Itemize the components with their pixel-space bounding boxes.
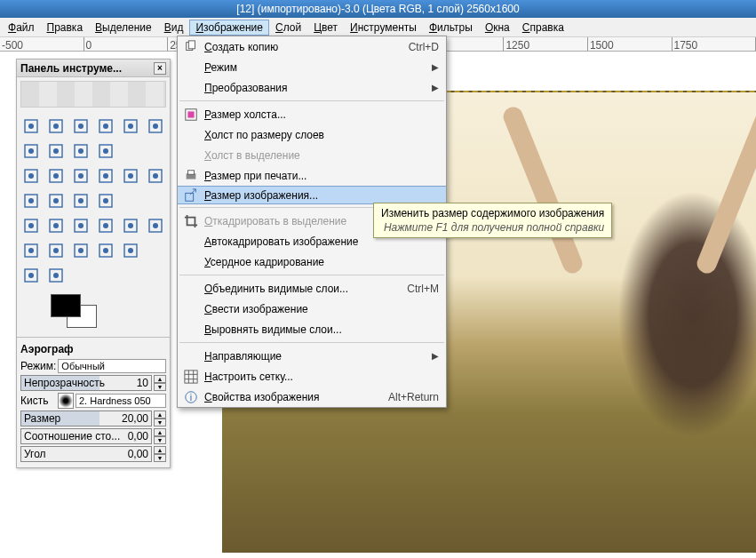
text-tool[interactable] xyxy=(20,214,43,237)
align-tool[interactable] xyxy=(69,164,92,187)
menu-item-свести-изображение[interactable]: Свести изображение xyxy=(178,299,446,319)
measure-tool[interactable] xyxy=(20,164,43,187)
submenu-arrow-icon: ▶ xyxy=(432,351,439,361)
rect-sel-tool[interactable] xyxy=(20,115,43,138)
print-icon xyxy=(183,168,199,184)
color-swatches[interactable] xyxy=(24,294,163,333)
mode-select[interactable] xyxy=(58,359,166,373)
menu-item-преобразования[interactable]: Преобразования▶ xyxy=(178,77,446,98)
svg-point-23 xyxy=(53,173,59,179)
crop-tool[interactable] xyxy=(94,164,117,187)
menu-цвет[interactable]: Цвет xyxy=(307,20,344,36)
bucket-tool[interactable] xyxy=(44,214,68,237)
menu-item-усердное-кадрирование[interactable]: Усердное кадрирование xyxy=(178,251,446,272)
free-sel-tool[interactable] xyxy=(69,115,92,138)
opacity-slider[interactable]: Непрозрачность 10 xyxy=(20,375,152,391)
flip-tool[interactable] xyxy=(69,189,92,212)
menu-файл[interactable]: Файл xyxy=(2,20,41,36)
rotate-tool[interactable] xyxy=(119,164,142,187)
svg-point-27 xyxy=(103,173,108,179)
heal-tool[interactable] xyxy=(69,239,92,262)
angle-stepper[interactable]: ▲▼ xyxy=(154,446,166,462)
tool-grid xyxy=(17,111,170,291)
toolbox-title: Панель инструме... × xyxy=(17,60,170,77)
svg-point-33 xyxy=(28,198,34,203)
color-sel-tool[interactable] xyxy=(119,115,142,138)
crop-icon xyxy=(183,213,199,229)
mask-tool[interactable] xyxy=(44,264,68,287)
size-stepper[interactable]: ▲▼ xyxy=(154,411,166,426)
foreground-tool[interactable] xyxy=(20,140,43,163)
fg-color-swatch[interactable] xyxy=(51,294,81,317)
menu-item-размер-изображения-[interactable]: Размер изображения... xyxy=(178,186,446,204)
shear-tool[interactable] xyxy=(20,189,43,212)
scale-tool[interactable] xyxy=(144,164,167,187)
ink-tool[interactable] xyxy=(20,264,43,287)
size-slider[interactable]: Размер 20,00 xyxy=(20,411,152,426)
dodge-tool[interactable] xyxy=(119,239,142,262)
menu-справка[interactable]: Справка xyxy=(516,20,570,36)
blend-tool[interactable] xyxy=(69,214,92,237)
ellipse-sel-tool[interactable] xyxy=(44,115,68,138)
angle-value: 0,00 xyxy=(128,448,148,460)
svg-point-31 xyxy=(153,173,158,179)
ratio-stepper[interactable]: ▲▼ xyxy=(154,428,166,444)
svg-rect-67 xyxy=(188,40,195,48)
menu-item-свойства-изображения[interactable]: iСвойства изображенияAlt+Return xyxy=(178,387,446,407)
menu-выделение[interactable]: Выделение xyxy=(89,20,158,36)
angle-slider[interactable]: Угол 0,00 xyxy=(20,446,152,462)
svg-point-13 xyxy=(28,148,34,154)
airbrush-tool[interactable] xyxy=(144,214,167,237)
svg-point-57 xyxy=(78,248,84,253)
paths-tool[interactable] xyxy=(44,140,68,163)
brush-select[interactable] xyxy=(76,394,166,408)
menu-фильтры[interactable]: Фильтры xyxy=(423,20,479,36)
menu-item-настроить-сетку-[interactable]: Настроить сетку... xyxy=(178,366,446,387)
ratio-label: Соотношение сто... xyxy=(24,430,120,442)
svg-point-41 xyxy=(28,223,34,228)
menu-вид[interactable]: Вид xyxy=(158,20,190,36)
opacity-stepper[interactable]: ▲▼ xyxy=(154,375,166,391)
svg-point-47 xyxy=(103,223,108,228)
menu-item-режим[interactable]: Режим▶ xyxy=(178,57,446,77)
ruler-tick: 0 xyxy=(84,37,169,51)
menu-инструменты[interactable]: Инструменты xyxy=(344,20,423,36)
cage-tool[interactable] xyxy=(94,189,117,212)
menu-item-размер-при-печати-[interactable]: Размер при печати... xyxy=(178,165,446,186)
eraser-tool[interactable] xyxy=(20,239,43,262)
ruler-tick: -500 xyxy=(0,37,84,51)
submenu-arrow-icon: ▶ xyxy=(432,83,439,92)
menu-item-label: Холст в выделение xyxy=(204,149,300,162)
menu-item-направляющие[interactable]: Направляющие▶ xyxy=(178,346,446,366)
angle-label: Угол xyxy=(24,448,46,460)
picker-tool[interactable] xyxy=(69,140,92,163)
menu-item-холст-по-размеру-слоев[interactable]: Холст по размеру слоев xyxy=(178,124,446,145)
menu-слой[interactable]: Слой xyxy=(269,20,307,36)
menu-item-размер-холста-[interactable]: Размер холста... xyxy=(178,104,446,124)
menu-правка[interactable]: Правка xyxy=(41,20,90,36)
menu-изображение[interactable]: Изображение xyxy=(189,20,269,36)
svg-point-45 xyxy=(78,223,84,228)
clone-tool[interactable] xyxy=(44,239,68,262)
brush-tool[interactable] xyxy=(119,214,142,237)
menu-item-label: Выровнять видимые слои... xyxy=(204,323,342,336)
scissors-tool[interactable] xyxy=(144,115,167,138)
menu-item-объединить-видимые-слои-[interactable]: Объединить видимые слои...Ctrl+M xyxy=(178,278,446,299)
menu-item-label: Направляющие xyxy=(204,350,282,363)
zoom-tool[interactable] xyxy=(94,140,117,163)
tool-slot xyxy=(69,264,92,287)
move-tool[interactable] xyxy=(44,164,68,187)
smudge-tool[interactable] xyxy=(94,239,117,262)
menu-item-создать-копию[interactable]: Создать копиюCtrl+D xyxy=(178,36,446,57)
perspective-tool[interactable] xyxy=(44,189,68,212)
ratio-slider[interactable]: Соотношение сто... 0,00 xyxy=(20,428,152,444)
tool-slot xyxy=(94,264,117,287)
fuzzy-sel-tool[interactable] xyxy=(94,115,117,138)
pencil-tool[interactable] xyxy=(94,214,117,237)
menu-item-выровнять-видимые-слои-[interactable]: Выровнять видимые слои... xyxy=(178,319,446,339)
menu-item-label: Свойства изображения xyxy=(204,391,320,403)
brush-preview-icon[interactable] xyxy=(58,393,74,409)
toolbox-close-button[interactable]: × xyxy=(154,62,166,75)
menu-item-label: Создать копию xyxy=(204,41,278,53)
menu-окна[interactable]: Окна xyxy=(479,20,516,36)
